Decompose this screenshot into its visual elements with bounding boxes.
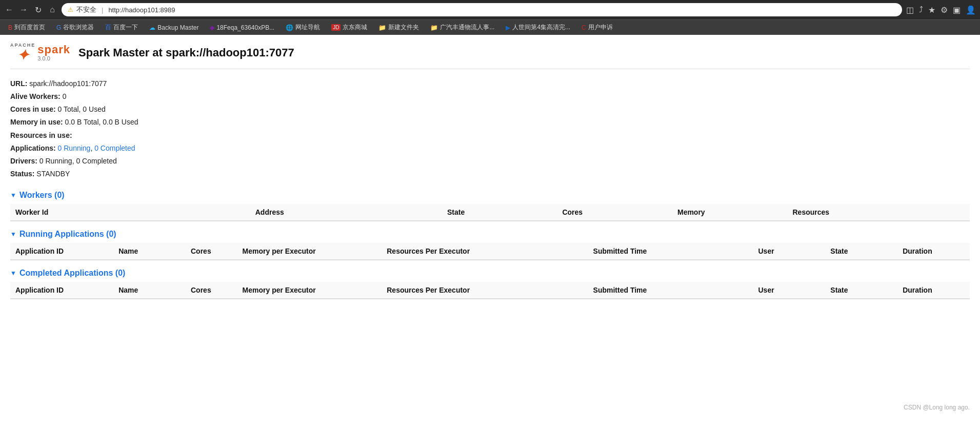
running-apps-header-row: Application ID Name Cores Memory per Exe… <box>10 243 970 260</box>
home-button[interactable]: ⌂ <box>47 5 57 15</box>
url-display: http://hadoop101:8989 <box>108 6 175 14</box>
completed-apps-col-cores: Cores <box>186 282 237 299</box>
url-value: spark://hadoop101:7077 <box>29 79 107 88</box>
applications-label: Applications: <box>10 144 56 152</box>
bookmark-logistics[interactable]: 📁 广汽丰通物流人事... <box>426 22 498 33</box>
bookmark-nav[interactable]: 🌐 网址导航 <box>282 22 324 33</box>
completed-apps-col-state: State <box>825 282 897 299</box>
bookmark-tv-icon: ▶ <box>506 24 510 31</box>
browser-action-icons: ◫ ⤴ ★ ⚙ ▣ 👤 <box>906 5 976 15</box>
completed-apps-col-submitted: Submitted Time <box>588 282 753 299</box>
bookmark-tv[interactable]: ▶ 人世间第4集高清完... <box>502 22 574 33</box>
cores-value: 0 Total, 0 Used <box>58 105 106 113</box>
running-apps-col-id: Application ID <box>10 243 113 260</box>
applications-row: Applications: 0 Running, 0 Completed <box>10 142 970 155</box>
bookmark-baidu-home[interactable]: B 到百度首页 <box>4 22 49 33</box>
workers-section-header[interactable]: ▼ Workers (0) <box>10 191 970 200</box>
running-apps-link[interactable]: 0 Running <box>58 144 91 152</box>
bookmark-18feqa[interactable]: ◆ 18Feqa_63640xPB... <box>206 23 278 32</box>
app-header: APACHE ✦ spark 3.0.0 Spark Master at spa… <box>10 43 970 69</box>
browser-titlebar: ← → ↻ ⌂ ⚠ 不安全 | http://hadoop101:8989 ◫ … <box>0 0 980 19</box>
bookmark-jd-icon: JD <box>331 24 341 31</box>
resources-label: Resources in use: <box>10 131 72 139</box>
status-value: STANDBY <box>36 170 70 178</box>
completed-apps-col-memory: Memory per Executor <box>237 282 382 299</box>
workers-collapse-arrow: ▼ <box>10 192 16 199</box>
bookmark-icon[interactable]: ★ <box>928 5 935 15</box>
bookmark-folder-icon: 📁 <box>378 24 386 31</box>
drivers-row: Drivers: 0 Running, 0 Completed <box>10 155 970 168</box>
address-bar[interactable]: ⚠ 不安全 | http://hadoop101:8989 <box>62 3 902 16</box>
completed-apps-link[interactable]: 0 Completed <box>94 144 135 152</box>
bookmark-jd[interactable]: JD 京东商城 <box>327 22 371 33</box>
forward-button[interactable]: → <box>18 5 29 15</box>
bookmark-folder-label: 新建文件夹 <box>388 23 419 32</box>
bookmark-google-icon: G <box>56 24 61 31</box>
workers-col-cores: Cores <box>557 204 672 221</box>
completed-apps-title: Completed Applications (0) <box>19 269 126 278</box>
running-apps-col-resources: Resources Per Executor <box>382 243 588 260</box>
status-label: Status: <box>10 170 34 178</box>
completed-apps-col-id: Application ID <box>10 282 113 299</box>
status-row: Status: STANDBY <box>10 168 970 180</box>
extensions-icon[interactable]: ⚙ <box>941 5 948 15</box>
running-apps-collapse-arrow: ▼ <box>10 231 16 238</box>
bookmark-backup-icon: ☁ <box>149 24 155 31</box>
workers-table: Worker Id Address State Cores Memory Res… <box>10 204 970 221</box>
reload-button[interactable]: ↻ <box>33 5 43 15</box>
workers-col-address: Address <box>250 204 442 221</box>
completed-apps-col-name: Name <box>113 282 186 299</box>
memory-row: Memory in use: 0.0 B Total, 0.0 B Used <box>10 116 970 129</box>
back-button[interactable]: ← <box>4 5 14 15</box>
bookmarks-bar: B 到百度首页 G 谷歌浏览器 百 百度一下 ☁ Backup Master ◆… <box>0 19 980 35</box>
profile-icon[interactable]: 👤 <box>966 5 976 15</box>
page-title: Spark Master at spark://hadoop101:7077 <box>78 46 294 59</box>
bookmark-tv-label: 人世间第4集高清完... <box>512 23 570 32</box>
footer-text: CSDN @Long long ago. <box>904 404 970 411</box>
completed-apps-col-user: User <box>753 282 825 299</box>
completed-apps-section-header[interactable]: ▼ Completed Applications (0) <box>10 269 970 278</box>
spark-version: 3.0.0 <box>37 55 70 61</box>
bookmark-google-browser[interactable]: G 谷歌浏览器 <box>52 22 98 33</box>
running-apps-col-submitted: Submitted Time <box>588 243 753 260</box>
bookmark-18feqa-icon: ◆ <box>210 24 214 31</box>
bookmark-new-folder[interactable]: 📁 新建文件夹 <box>374 22 423 33</box>
bookmark-backup-master[interactable]: ☁ Backup Master <box>145 23 203 32</box>
running-apps-table: Application ID Name Cores Memory per Exe… <box>10 243 970 260</box>
spark-brand-name: spark <box>37 44 70 55</box>
workers-title: Workers (0) <box>19 191 65 200</box>
alive-workers-label: Alive Workers: <box>10 92 61 100</box>
security-warning-text: 不安全 <box>76 5 96 14</box>
running-apps-section-header[interactable]: ▼ Running Applications (0) <box>10 230 970 239</box>
footer: CSDN @Long long ago. <box>0 394 980 421</box>
alive-workers-row: Alive Workers: 0 <box>10 90 970 103</box>
resources-row: Resources in use: <box>10 129 970 142</box>
running-apps-title: Running Applications (0) <box>19 230 116 239</box>
page-content: APACHE ✦ spark 3.0.0 Spark Master at spa… <box>0 35 980 394</box>
completed-apps-col-resources: Resources Per Executor <box>382 282 588 299</box>
drivers-label: Drivers: <box>10 157 37 165</box>
info-section: URL: spark://hadoop101:7077 Alive Worker… <box>10 77 970 181</box>
running-apps-col-user: User <box>753 243 825 260</box>
workers-table-header-row: Worker Id Address State Cores Memory Res… <box>10 204 970 221</box>
bookmark-baidu-home-icon: B <box>8 24 12 31</box>
bookmark-backup-label: Backup Master <box>157 24 198 31</box>
browser-chrome: ← → ↻ ⌂ ⚠ 不安全 | http://hadoop101:8989 ◫ … <box>0 0 980 35</box>
url-label: URL: <box>10 79 27 88</box>
bookmark-baidu-home-label: 到百度首页 <box>14 23 45 32</box>
cores-label: Cores in use: <box>10 105 56 113</box>
bookmark-appeal[interactable]: C 用户申诉 <box>577 22 617 33</box>
screenshot-icon[interactable]: ◫ <box>906 5 914 15</box>
completed-apps-header-row: Application ID Name Cores Memory per Exe… <box>10 282 970 299</box>
spark-logo: APACHE ✦ spark 3.0.0 <box>10 43 70 63</box>
spark-brand-icon: ✦ <box>17 48 29 63</box>
share-icon[interactable]: ⤴ <box>919 5 923 14</box>
bookmark-baidu-search[interactable]: 百 百度一下 <box>101 22 142 33</box>
memory-label: Memory in use: <box>10 118 63 126</box>
window-icon[interactable]: ▣ <box>953 5 961 15</box>
bookmark-logistics-icon: 📁 <box>430 24 438 31</box>
workers-col-memory: Memory <box>672 204 788 221</box>
running-apps-col-duration: Duration <box>897 243 970 260</box>
security-warning-icon: ⚠ <box>68 6 73 13</box>
alive-workers-value: 0 <box>63 92 67 100</box>
